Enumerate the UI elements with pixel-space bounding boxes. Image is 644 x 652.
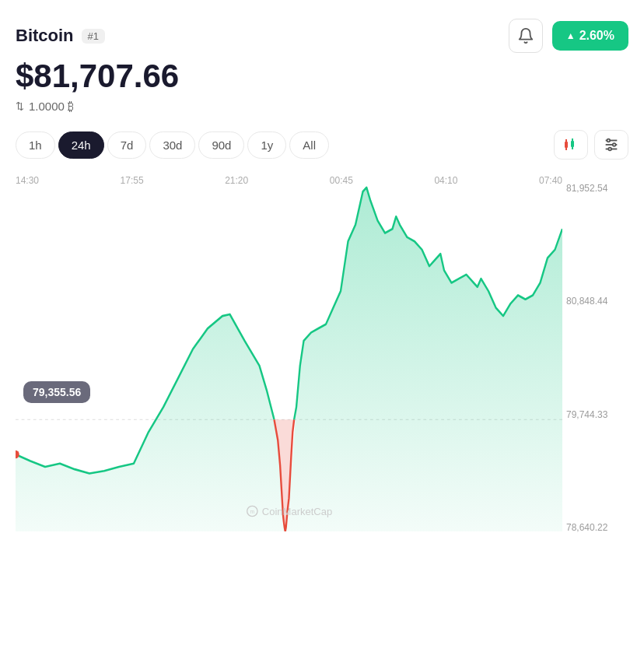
change-button[interactable]: ▲ 2.60% xyxy=(552,21,628,51)
arrows-icon: ⇅ xyxy=(16,100,24,112)
coin-name: Bitcoin xyxy=(16,26,74,46)
y-label-2: 80,848.44 xyxy=(566,296,628,307)
rank-badge: #1 xyxy=(82,29,105,44)
change-value: 2.60% xyxy=(579,29,614,43)
svg-text:m: m xyxy=(250,509,254,514)
time-btn-90d[interactable]: 90d xyxy=(198,131,244,159)
price-display: $81,707.66 xyxy=(16,58,628,95)
btc-amount: 1.0000 ₿ xyxy=(29,100,74,113)
header-row: Bitcoin #1 ▲ 2.60% xyxy=(16,19,628,53)
svg-rect-0 xyxy=(565,142,568,148)
price-chart[interactable] xyxy=(16,175,562,556)
filter-icons xyxy=(554,130,628,159)
watermark: m CoinMarketCap xyxy=(246,505,332,517)
settings-button[interactable] xyxy=(594,130,628,159)
svg-point-11 xyxy=(608,148,611,151)
bell-icon xyxy=(517,27,534,44)
watermark-text: CoinMarketCap xyxy=(262,506,332,517)
title-left: Bitcoin #1 xyxy=(16,26,105,46)
time-filter-bar: 1h 24h 7d 30d 90d 1y All xyxy=(16,130,628,159)
y-axis-labels: 81,952.54 80,848.44 79,744.33 78,640.22 xyxy=(566,175,628,556)
svg-point-9 xyxy=(607,139,611,142)
bell-button[interactable] xyxy=(509,19,543,53)
time-btn-30d[interactable]: 30d xyxy=(149,131,195,159)
svg-rect-3 xyxy=(571,141,574,147)
time-btn-all[interactable]: All xyxy=(289,131,329,159)
y-label-3: 79,744.33 xyxy=(566,409,628,420)
header-right: ▲ 2.60% xyxy=(509,19,628,53)
y-label-top: 81,952.54 xyxy=(566,183,628,194)
up-arrow-icon: ▲ xyxy=(566,30,576,41)
sub-price: ⇅ 1.0000 ₿ xyxy=(16,100,628,113)
time-btn-7d[interactable]: 7d xyxy=(107,131,147,159)
coinmarketcap-logo: m xyxy=(246,505,258,517)
chart-tooltip: 79,355.56 xyxy=(23,381,90,403)
svg-point-10 xyxy=(613,143,616,146)
chart-wrapper: 81,952.54 80,848.44 79,744.33 78,640.22 xyxy=(16,175,628,556)
time-btn-1h[interactable]: 1h xyxy=(16,131,55,159)
time-btn-24h[interactable]: 24h xyxy=(58,131,104,159)
candlestick-button[interactable] xyxy=(554,130,588,159)
chart-svg-area: 79,355.56 m CoinMarketCap xyxy=(16,175,562,556)
y-label-bottom: 78,640.22 xyxy=(566,522,628,533)
time-btn-1y[interactable]: 1y xyxy=(247,131,286,159)
candlestick-icon xyxy=(562,136,579,153)
sliders-icon xyxy=(603,136,620,153)
